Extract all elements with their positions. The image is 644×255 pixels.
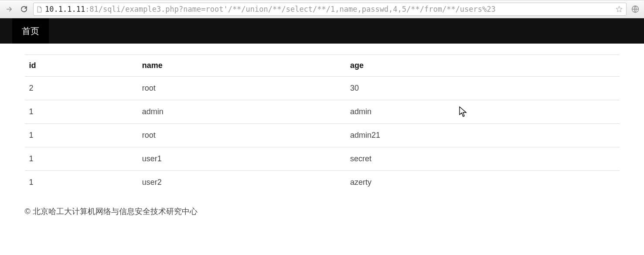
cell-age: admin21 xyxy=(346,124,619,147)
col-age: age xyxy=(346,55,619,77)
page-container: id name age 2root301adminadmin1rootadmin… xyxy=(13,44,632,230)
table-row: 1user2azerty xyxy=(25,171,620,194)
col-name: name xyxy=(138,55,346,77)
cell-age: 30 xyxy=(346,77,619,100)
url-text: 10.1.1.11:81/sqli/example3.php?name=root… xyxy=(45,5,612,14)
forward-arrow-icon[interactable] xyxy=(3,3,15,15)
cell-name: user1 xyxy=(138,147,346,171)
table-header-row: id name age xyxy=(25,55,620,77)
address-bar[interactable]: 10.1.1.11:81/sqli/example3.php?name=root… xyxy=(33,3,627,16)
cell-name: root xyxy=(138,124,346,147)
cell-name: user2 xyxy=(138,171,346,194)
url-host: 10.1.1.11 xyxy=(45,5,85,14)
results-table: id name age 2root301adminadmin1rootadmin… xyxy=(25,54,620,194)
url-path: :81/sqli/example3.php?name=root'/**/unio… xyxy=(85,5,496,14)
table-row: 1adminadmin xyxy=(25,100,620,124)
bookmark-star-icon[interactable] xyxy=(615,5,624,14)
cell-name: root xyxy=(138,77,346,100)
col-id: id xyxy=(25,55,138,77)
footer-copyright: © 北京哈工大计算机网络与信息安全技术研究中心 xyxy=(25,206,620,217)
cell-age: azerty xyxy=(346,171,619,194)
cell-age: admin xyxy=(346,100,619,124)
cell-age: secret xyxy=(346,147,619,171)
cell-id: 1 xyxy=(25,147,138,171)
cell-id: 1 xyxy=(25,100,138,124)
table-row: 2root30 xyxy=(25,77,620,100)
cell-id: 1 xyxy=(25,124,138,147)
nav-home[interactable]: 首页 xyxy=(12,18,49,44)
cell-id: 2 xyxy=(25,77,138,100)
table-row: 1user1secret xyxy=(25,147,620,171)
table-row: 1rootadmin21 xyxy=(25,124,620,147)
globe-icon[interactable] xyxy=(630,4,641,14)
browser-toolbar: 10.1.1.11:81/sqli/example3.php?name=root… xyxy=(0,0,644,18)
page-icon xyxy=(36,6,42,13)
reload-icon[interactable] xyxy=(18,3,30,15)
cell-name: admin xyxy=(138,100,346,124)
cell-id: 1 xyxy=(25,171,138,194)
site-navbar: 首页 xyxy=(0,18,644,44)
